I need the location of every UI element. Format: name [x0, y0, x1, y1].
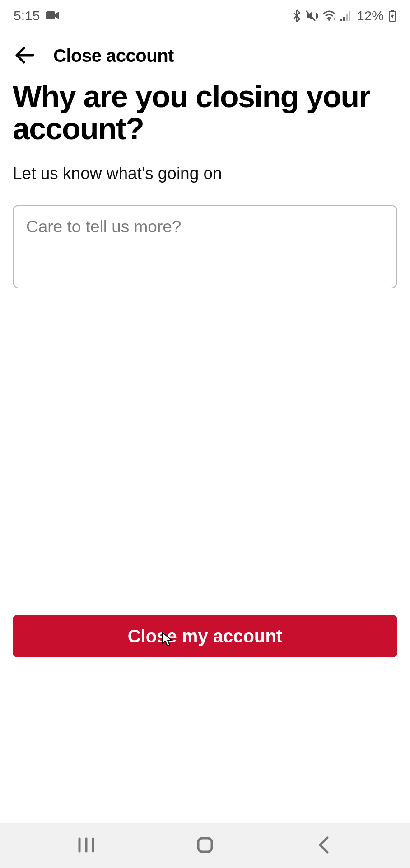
system-nav-bar [0, 823, 410, 868]
status-bar: 5:15 [0, 0, 410, 32]
svg-point-4 [328, 19, 330, 21]
mute-vibrate-icon [305, 10, 318, 22]
signal-icon [340, 10, 352, 21]
home-button[interactable] [187, 832, 223, 859]
svg-rect-11 [391, 10, 394, 11]
close-account-button[interactable]: Close my account [13, 615, 397, 657]
status-time: 5:15 [14, 8, 40, 24]
recents-icon [77, 837, 96, 854]
nav-back-button[interactable] [306, 832, 342, 859]
chevron-left-icon [317, 836, 330, 855]
page-heading: Why are you closing your account? [13, 80, 397, 145]
video-record-icon [46, 8, 60, 24]
status-right: + 12% [293, 8, 396, 24]
svg-rect-8 [346, 14, 348, 21]
cta-container: Close my account [13, 615, 397, 657]
home-icon [196, 836, 214, 855]
wifi-icon: + [322, 10, 336, 21]
svg-rect-7 [343, 17, 345, 21]
main-content: Why are you closing your account? Let us… [0, 76, 410, 288]
svg-text:+: + [333, 16, 335, 21]
bluetooth-icon [293, 9, 301, 22]
battery-charging-icon [388, 9, 396, 22]
recents-button[interactable] [68, 832, 104, 859]
page-subheading: Let us know what's going on [13, 164, 397, 183]
header-title: Close account [53, 46, 174, 66]
app-header: Close account [0, 32, 410, 76]
arrow-left-icon [14, 46, 34, 66]
svg-rect-9 [349, 11, 350, 21]
back-button[interactable] [13, 44, 35, 67]
status-left: 5:15 [14, 8, 60, 24]
battery-percent: 12% [357, 8, 384, 24]
svg-rect-0 [46, 11, 55, 19]
svg-rect-15 [198, 838, 212, 852]
feedback-textarea[interactable] [13, 205, 397, 288]
svg-rect-6 [340, 19, 342, 21]
